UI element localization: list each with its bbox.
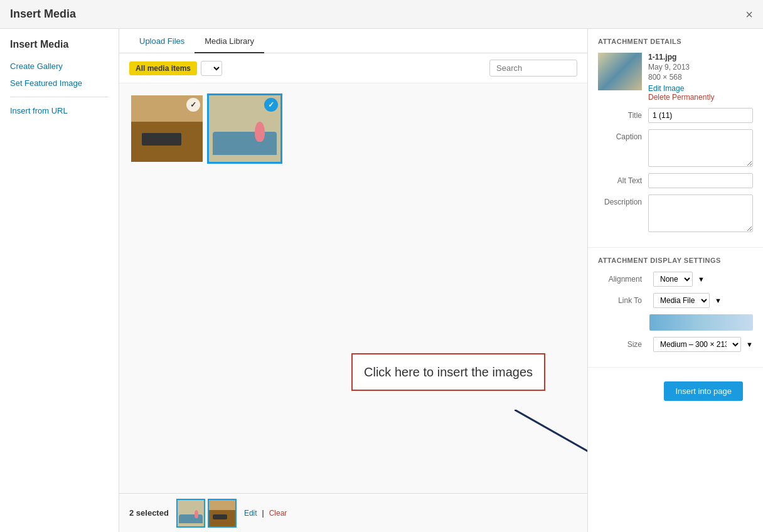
insert-box[interactable]: Click here to insert the images xyxy=(351,353,545,391)
tab-upload-files[interactable]: Upload Files xyxy=(129,29,195,53)
close-button[interactable]: × xyxy=(745,8,753,21)
caption-textarea[interactable] xyxy=(648,129,753,167)
selected-thumbs xyxy=(176,499,237,528)
media-item-2[interactable]: ✓ xyxy=(207,93,282,164)
sidebar-title: Insert Media xyxy=(0,39,119,58)
modal-overlay: Insert Media × Insert Media Create Galle… xyxy=(0,0,763,532)
right-panel: ATTACHMENT DETAILS 1-11.jpg May 9, 2013 … xyxy=(587,29,763,532)
sidebar: Insert Media Create Gallery Set Featured… xyxy=(0,29,119,532)
filter-badge: All media items xyxy=(129,61,197,75)
alignment-row: Alignment None ▼ xyxy=(598,272,753,287)
sidebar-divider xyxy=(10,97,109,97)
description-textarea[interactable] xyxy=(648,194,753,232)
attachment-edit-link[interactable]: Edit Image xyxy=(648,84,714,93)
attachment-details-section: ATTACHMENT DETAILS 1-11.jpg May 9, 2013 … xyxy=(588,29,763,248)
size-label: Size xyxy=(598,340,648,349)
media-item-1[interactable]: ✓ xyxy=(129,93,205,164)
attachment-preview: 1-11.jpg May 9, 2013 800 × 568 Edit Imag… xyxy=(598,53,753,102)
link-to-select[interactable]: Media File xyxy=(653,293,710,308)
thumb-sm-2 xyxy=(208,499,237,528)
title-label: Title xyxy=(598,108,648,120)
insert-annotation: Click here to insert the images xyxy=(351,353,545,391)
sidebar-item-create-gallery[interactable]: Create Gallery xyxy=(0,58,119,75)
alt-text-field-row: Alt Text xyxy=(598,173,753,188)
bottom-actions: Edit | Clear xyxy=(244,509,287,518)
attachment-info: 1-11.jpg May 9, 2013 800 × 568 Edit Imag… xyxy=(648,53,714,102)
attachment-filename: 1-11.jpg xyxy=(648,53,714,61)
media-area: All media items ✓ xyxy=(119,53,587,532)
link-url-bar[interactable] xyxy=(649,314,753,331)
attachment-delete-link[interactable]: Delete Permanently xyxy=(648,93,714,102)
alignment-label: Alignment xyxy=(598,275,648,284)
link-to-label: Link To xyxy=(598,296,648,305)
title-field-row: Title xyxy=(598,108,753,123)
modal-body: Insert Media Create Gallery Set Featured… xyxy=(0,29,763,532)
description-label: Description xyxy=(598,194,648,206)
filter-dropdown[interactable] xyxy=(201,61,222,76)
modal-title: Insert Media xyxy=(10,8,76,21)
clear-selection-link[interactable]: Clear xyxy=(269,509,287,518)
modal-header: Insert Media × xyxy=(0,0,763,29)
caption-label: Caption xyxy=(598,129,648,141)
check-badge-2: ✓ xyxy=(264,98,278,112)
alignment-select[interactable]: None xyxy=(653,272,693,287)
description-field-row: Description xyxy=(598,194,753,232)
title-input[interactable] xyxy=(648,108,753,123)
alt-text-label: Alt Text xyxy=(598,173,648,185)
size-select[interactable]: Medium – 300 × 213 xyxy=(653,337,741,352)
selected-count: 2 selected xyxy=(129,508,169,518)
media-toolbar: All media items xyxy=(119,53,587,83)
attachment-details-title: ATTACHMENT DETAILS xyxy=(598,38,753,45)
search-input[interactable] xyxy=(489,60,577,77)
media-grid: ✓ ✓ Click here to insert the images xyxy=(119,83,587,493)
edit-selection-link[interactable]: Edit xyxy=(244,509,257,518)
display-settings-title: ATTACHMENT DISPLAY SETTINGS xyxy=(598,257,753,264)
svg-line-1 xyxy=(515,410,587,476)
sidebar-item-insert-url[interactable]: Insert from URL xyxy=(0,102,119,119)
attachment-date: May 9, 2013 xyxy=(648,63,714,72)
attachment-dims: 800 × 568 xyxy=(648,73,714,82)
caption-field-row: Caption xyxy=(598,129,753,167)
attachment-thumbnail xyxy=(598,53,642,90)
insert-into-page-button[interactable]: Insert into page xyxy=(664,381,743,401)
tab-media-library[interactable]: Media Library xyxy=(195,29,264,53)
check-badge-1: ✓ xyxy=(186,98,200,112)
insert-btn-container: Insert into page xyxy=(588,368,763,383)
insert-media-modal: Insert Media × Insert Media Create Galle… xyxy=(0,0,763,532)
alt-text-input[interactable] xyxy=(648,173,753,188)
sidebar-item-set-featured[interactable]: Set Featured Image xyxy=(0,75,119,92)
bottom-bar: 2 selected Edit | Clear xyxy=(119,493,587,532)
size-row: Size Medium – 300 × 213 ▼ xyxy=(598,337,753,352)
arrow-svg xyxy=(515,410,587,485)
link-to-row: Link To Media File ▼ xyxy=(598,293,753,308)
display-settings-section: ATTACHMENT DISPLAY SETTINGS Alignment No… xyxy=(588,248,763,368)
thumb-sm-1 xyxy=(176,499,205,528)
tabs-bar: Upload Files Media Library xyxy=(119,29,587,53)
filter-group: All media items xyxy=(129,61,222,76)
main-content: Upload Files Media Library All media ite… xyxy=(119,29,587,532)
